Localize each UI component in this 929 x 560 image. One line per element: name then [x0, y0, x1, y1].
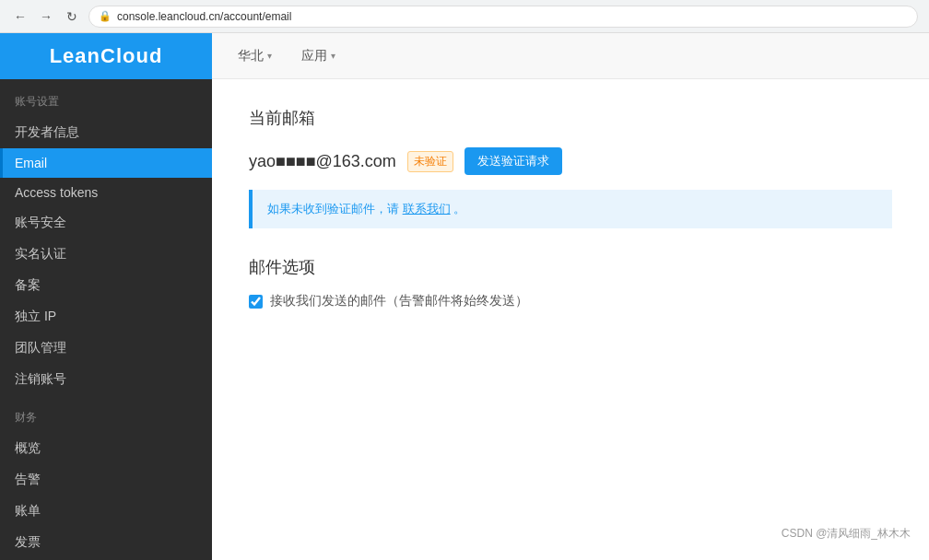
- receive-email-checkbox[interactable]: [249, 295, 263, 309]
- main-content: 当前邮箱 yao■■■■@163.com 未验证 发送验证请求 如果未收到验证邮…: [212, 79, 929, 560]
- receive-email-label[interactable]: 接收我们发送的邮件（告警邮件将始终发送）: [270, 293, 528, 309]
- watermark: CSDN @清风细雨_林木木: [782, 526, 911, 542]
- sidebar-item-invoice[interactable]: 发票: [0, 527, 212, 558]
- info-suffix: 。: [453, 202, 465, 216]
- back-button[interactable]: ←: [11, 7, 29, 26]
- app-container: LeanCloud 账号设置 开发者信息 Email Access tokens…: [0, 33, 929, 560]
- current-email-title: 当前邮箱: [249, 107, 892, 129]
- browser-bar: ← → ↻ 🔒 console.leancloud.cn/account/ema…: [0, 0, 929, 33]
- sidebar-item-email[interactable]: Email: [0, 148, 212, 178]
- sidebar-item-account-security[interactable]: 账号安全: [0, 207, 212, 239]
- topbar-apps[interactable]: 应用 ▾: [294, 44, 343, 68]
- info-prefix: 如果未收到验证邮件，请: [267, 202, 399, 216]
- sidebar-item-cancel-account[interactable]: 注销账号: [0, 364, 212, 395]
- apps-chevron: ▾: [331, 51, 335, 61]
- sidebar-item-alerts[interactable]: 告警: [0, 464, 212, 496]
- address-bar[interactable]: 🔒 console.leancloud.cn/account/email: [88, 6, 918, 28]
- send-verify-button[interactable]: 发送验证请求: [464, 147, 562, 175]
- sidebar-item-team-management[interactable]: 团队管理: [0, 332, 212, 364]
- topbar: 华北 ▾ 应用 ▾: [212, 33, 929, 79]
- region-chevron: ▾: [267, 51, 272, 61]
- info-box: 如果未收到验证邮件，请 联系我们 。: [249, 190, 892, 228]
- topbar-region[interactable]: 华北 ▾: [230, 44, 279, 68]
- apps-label: 应用: [301, 48, 327, 64]
- url-text: console.leancloud.cn/account/email: [117, 10, 291, 23]
- sidebar: LeanCloud 账号设置 开发者信息 Email Access tokens…: [0, 33, 212, 560]
- sidebar-item-developer-info[interactable]: 开发者信息: [0, 117, 212, 148]
- section-label-finance: 财务: [0, 395, 212, 433]
- email-address: yao■■■■@163.com: [249, 152, 396, 171]
- forward-button[interactable]: →: [37, 7, 55, 26]
- logo-text: LeanCloud: [50, 44, 163, 68]
- unverified-badge: 未验证: [407, 151, 453, 172]
- region-label: 华北: [238, 48, 264, 64]
- sidebar-item-filing[interactable]: 备案: [0, 270, 212, 301]
- sidebar-item-billing[interactable]: 账单: [0, 496, 212, 527]
- section-label-account: 账号设置: [0, 79, 212, 117]
- sidebar-item-dedicated-ip[interactable]: 独立 IP: [0, 301, 212, 332]
- lock-icon: 🔒: [99, 10, 112, 22]
- content-body: 当前邮箱 yao■■■■@163.com 未验证 发送验证请求 如果未收到验证邮…: [212, 79, 929, 337]
- mail-options-title: 邮件选项: [249, 256, 892, 278]
- sidebar-item-real-name[interactable]: 实名认证: [0, 239, 212, 270]
- email-row: yao■■■■@163.com 未验证 发送验证请求: [249, 147, 892, 175]
- sidebar-logo[interactable]: LeanCloud: [0, 33, 212, 79]
- contact-us-link[interactable]: 联系我们: [403, 202, 451, 216]
- refresh-button[interactable]: ↻: [63, 7, 81, 26]
- sidebar-item-overview[interactable]: 概览: [0, 433, 212, 464]
- receive-email-checkbox-row: 接收我们发送的邮件（告警邮件将始终发送）: [249, 293, 892, 309]
- sidebar-item-access-tokens[interactable]: Access tokens: [0, 178, 212, 207]
